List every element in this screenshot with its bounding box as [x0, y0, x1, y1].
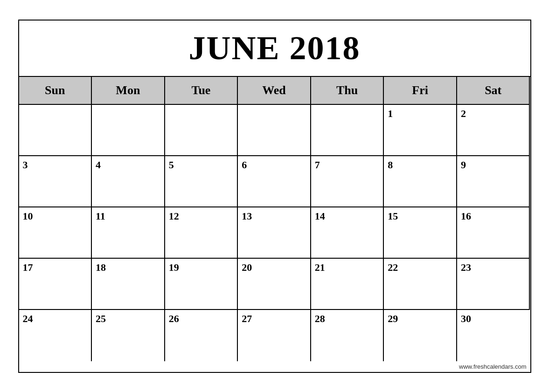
day-cell-w1-sat: 2 — [457, 105, 530, 156]
day-cell-w2-sat: 9 — [457, 156, 530, 207]
day-cell-w1-thu — [311, 105, 384, 156]
day-cell-w2-fri: 8 — [384, 156, 457, 207]
day-cell-w1-sun — [19, 105, 92, 156]
day-cell-w4-tue: 19 — [165, 259, 238, 310]
day-cell-w4-thu: 21 — [311, 259, 384, 310]
day-cell-w2-sun: 3 — [19, 156, 92, 207]
day-cell-w5-thu: 28 — [311, 310, 384, 361]
day-cell-w4-sat: 23 — [457, 259, 530, 310]
day-cell-w2-wed: 6 — [238, 156, 311, 207]
day-cell-w3-fri: 15 — [384, 207, 457, 259]
header-mon: Mon — [92, 77, 165, 105]
day-cell-w3-sat: 16 — [457, 207, 530, 259]
header-wed: Wed — [238, 77, 311, 105]
header-tue: Tue — [165, 77, 238, 105]
header-thu: Thu — [311, 77, 384, 105]
day-cell-w5-sun: 24 — [19, 310, 92, 361]
watermark: www.freshcalendars.com — [19, 361, 530, 372]
day-cell-w3-tue: 12 — [165, 207, 238, 259]
calendar: JUNE 2018 Sun Mon Tue Wed Thu Fri Sat 1 … — [18, 20, 531, 373]
day-cell-w4-wed: 20 — [238, 259, 311, 310]
day-cell-w5-sat: 30 — [457, 310, 530, 361]
day-cell-w5-fri: 29 — [384, 310, 457, 361]
calendar-grid: Sun Mon Tue Wed Thu Fri Sat 1 2 3 4 5 6 … — [19, 77, 530, 361]
header-sat: Sat — [457, 77, 530, 105]
day-cell-w3-thu: 14 — [311, 207, 384, 259]
day-cell-w2-mon: 4 — [92, 156, 165, 207]
day-cell-w4-sun: 17 — [19, 259, 92, 310]
day-cell-w4-fri: 22 — [384, 259, 457, 310]
day-cell-w3-wed: 13 — [238, 207, 311, 259]
day-cell-w5-tue: 26 — [165, 310, 238, 361]
calendar-title: JUNE 2018 — [19, 21, 530, 77]
day-cell-w5-mon: 25 — [92, 310, 165, 361]
day-cell-w5-wed: 27 — [238, 310, 311, 361]
day-cell-w1-mon — [92, 105, 165, 156]
day-cell-w2-thu: 7 — [311, 156, 384, 207]
header-sun: Sun — [19, 77, 92, 105]
day-cell-w1-wed — [238, 105, 311, 156]
header-fri: Fri — [384, 77, 457, 105]
day-cell-w4-mon: 18 — [92, 259, 165, 310]
day-cell-w1-fri: 1 — [384, 105, 457, 156]
day-cell-w1-tue — [165, 105, 238, 156]
day-cell-w3-mon: 11 — [92, 207, 165, 259]
day-cell-w2-tue: 5 — [165, 156, 238, 207]
day-cell-w3-sun: 10 — [19, 207, 92, 259]
